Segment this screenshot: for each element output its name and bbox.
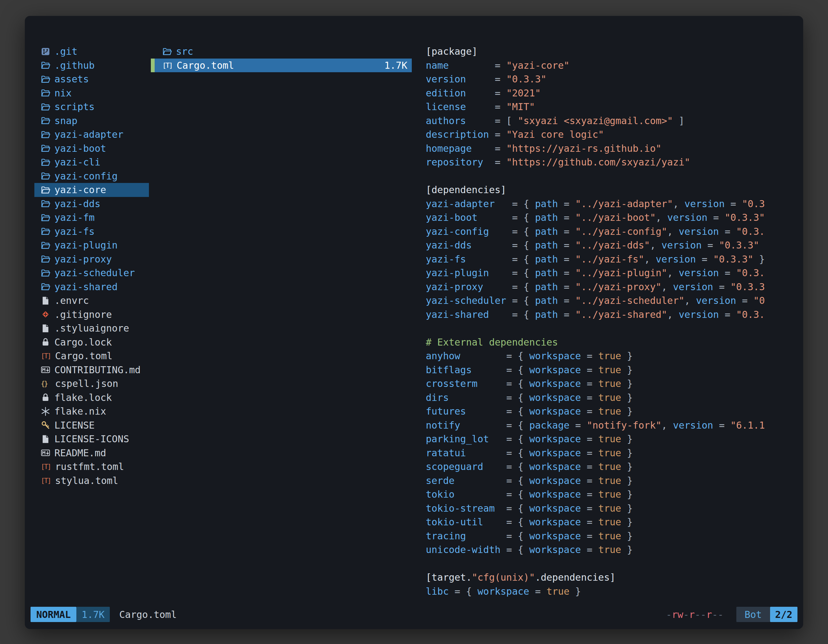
file-name: .git bbox=[55, 46, 77, 57]
file-row-yazi-boot[interactable]: yazi-boot bbox=[34, 142, 149, 155]
file-row-flake.nix[interactable]: flake.nix bbox=[34, 404, 149, 418]
status-filename: Cargo.toml bbox=[119, 609, 177, 620]
toml-icon: [T] bbox=[162, 60, 174, 70]
file-row-yazi-proxy[interactable]: yazi-proxy bbox=[34, 252, 149, 266]
code-line: anyhow = { workspace = true } bbox=[426, 349, 794, 363]
folder-icon bbox=[41, 199, 50, 208]
file-row-src[interactable]: src bbox=[151, 45, 412, 58]
file-row-yazi-fm[interactable]: yazi-fm bbox=[34, 211, 149, 225]
file-row-nix[interactable]: nix bbox=[34, 86, 149, 100]
file-name: yazi-dds bbox=[55, 198, 100, 209]
file-name: flake.nix bbox=[55, 406, 106, 417]
file-row-cargo.toml[interactable]: [T]Cargo.toml bbox=[34, 349, 149, 363]
file-size: 1.7K bbox=[384, 60, 407, 71]
file-name: yazi-core bbox=[55, 184, 106, 195]
file-row-.envrc[interactable]: .envrc bbox=[34, 294, 149, 308]
lock-icon bbox=[41, 337, 50, 347]
code-line: tokio-util = { workspace = true } bbox=[426, 515, 794, 529]
file-row-.gitignore[interactable]: .gitignore bbox=[34, 308, 149, 322]
file-name: .envrc bbox=[55, 295, 89, 306]
file-row-contributing.md[interactable]: CONTRIBUTING.md bbox=[34, 363, 149, 377]
code-line: yazi-plugin = { path = "../yazi-plugin",… bbox=[426, 266, 794, 280]
file-row-.git[interactable]: .git bbox=[34, 45, 149, 58]
file-name: yazi-boot bbox=[55, 143, 106, 154]
code-line: version = "0.3.3" bbox=[426, 72, 794, 86]
file-row-cspell.json[interactable]: {}cspell.json bbox=[34, 377, 149, 391]
file-name: flake.lock bbox=[55, 392, 112, 403]
file-row-.styluaignore[interactable]: .styluaignore bbox=[34, 321, 149, 335]
file-name: scripts bbox=[55, 101, 94, 112]
scroll-position-badge: Bot bbox=[736, 607, 770, 622]
file-row-yazi-cli[interactable]: yazi-cli bbox=[34, 155, 149, 169]
code-line: yazi-scheduler = { path = "../yazi-sched… bbox=[426, 294, 794, 308]
file-row-cargo.toml[interactable]: [T]Cargo.toml1.7K bbox=[151, 58, 412, 72]
file-row-yazi-shared[interactable]: yazi-shared bbox=[34, 280, 149, 294]
file-row-license[interactable]: LICENSE bbox=[34, 418, 149, 432]
folder-icon bbox=[41, 185, 50, 195]
file-row-yazi-plugin[interactable]: yazi-plugin bbox=[34, 238, 149, 252]
code-line: scopeguard = { workspace = true } bbox=[426, 460, 794, 474]
code-line: [dependencies] bbox=[426, 183, 794, 197]
file-row-assets[interactable]: assets bbox=[34, 72, 149, 86]
file-row-yazi-core[interactable]: yazi-core bbox=[34, 183, 149, 197]
code-line: parking_lot = { workspace = true } bbox=[426, 432, 794, 446]
file-row-flake.lock[interactable]: flake.lock bbox=[34, 391, 149, 405]
code-line: bitflags = { workspace = true } bbox=[426, 363, 794, 377]
file-row-yazi-config[interactable]: yazi-config bbox=[34, 169, 149, 183]
file-name: README.md bbox=[55, 447, 106, 459]
file-row-license-icons[interactable]: LICENSE-ICONS bbox=[34, 432, 149, 446]
code-line: serde = { workspace = true } bbox=[426, 474, 794, 488]
folder-icon bbox=[41, 213, 50, 223]
parent-directory-pane: .git.githubassetsnixscriptssnapyazi-adap… bbox=[34, 45, 149, 603]
file-row-yazi-dds[interactable]: yazi-dds bbox=[34, 197, 149, 211]
key-icon bbox=[41, 420, 50, 430]
code-line bbox=[426, 169, 794, 183]
file-row-cargo.lock[interactable]: Cargo.lock bbox=[34, 335, 149, 349]
file-name: yazi-cli bbox=[55, 157, 100, 168]
folder-icon bbox=[41, 241, 50, 250]
file-row-snap[interactable]: snap bbox=[34, 114, 149, 128]
current-directory-pane: src[T]Cargo.toml1.7K bbox=[151, 45, 412, 603]
file-name: yazi-plugin bbox=[55, 240, 118, 251]
code-line: tokio = { workspace = true } bbox=[426, 487, 794, 501]
cursor-counter-badge: 2/2 bbox=[770, 607, 797, 622]
file-name: CONTRIBUTING.md bbox=[55, 364, 141, 376]
file-name: LICENSE bbox=[55, 420, 94, 431]
code-line: yazi-config = { path = "../yazi-config",… bbox=[426, 225, 794, 239]
file-row-.github[interactable]: .github bbox=[34, 58, 149, 72]
braces-icon: {} bbox=[41, 379, 53, 389]
yazi-terminal-window: .git.githubassetsnixscriptssnapyazi-adap… bbox=[25, 16, 803, 629]
toml-icon: [T] bbox=[41, 462, 53, 472]
file-name: yazi-fs bbox=[55, 226, 94, 237]
code-line: yazi-adapter = { path = "../yazi-adapter… bbox=[426, 197, 794, 211]
folder-icon bbox=[41, 227, 50, 236]
git-square-icon bbox=[41, 47, 50, 56]
code-line: crossterm = { workspace = true } bbox=[426, 377, 794, 391]
file-name: snap bbox=[55, 115, 77, 126]
file-row-stylua.toml[interactable]: [T]stylua.toml bbox=[34, 474, 149, 488]
folder-icon bbox=[41, 130, 50, 139]
code-line: repository = "https://github.com/sxyazi/… bbox=[426, 155, 794, 169]
file-name: yazi-config bbox=[55, 171, 118, 182]
file-row-yazi-fs[interactable]: yazi-fs bbox=[34, 225, 149, 239]
code-line: [target."cfg(unix)".dependencies] bbox=[426, 570, 794, 584]
file-name: yazi-shared bbox=[55, 281, 118, 292]
file-name: Cargo.toml bbox=[55, 350, 113, 362]
file-row-readme.md[interactable]: README.md bbox=[34, 446, 149, 460]
file-row-scripts[interactable]: scripts bbox=[34, 100, 149, 114]
file-row-yazi-adapter[interactable]: yazi-adapter bbox=[34, 128, 149, 142]
folder-icon bbox=[41, 268, 50, 278]
folder-icon bbox=[41, 158, 50, 167]
folder-icon bbox=[41, 282, 50, 291]
code-line: tokio-stream = { workspace = true } bbox=[426, 501, 794, 516]
preview-content: [package]name = "yazi-core"version = "0.… bbox=[426, 45, 794, 598]
code-line: [package] bbox=[426, 45, 794, 58]
file-row-yazi-scheduler[interactable]: yazi-scheduler bbox=[34, 266, 149, 280]
file-name: nix bbox=[55, 88, 72, 99]
code-line: license = "MIT" bbox=[426, 100, 794, 114]
file-name: yazi-adapter bbox=[55, 129, 124, 140]
file-row-rustfmt.toml[interactable]: [T]rustfmt.toml bbox=[34, 460, 149, 474]
lock-icon bbox=[41, 393, 50, 402]
code-line: ratatui = { workspace = true } bbox=[426, 446, 794, 460]
folder-icon bbox=[41, 74, 50, 84]
